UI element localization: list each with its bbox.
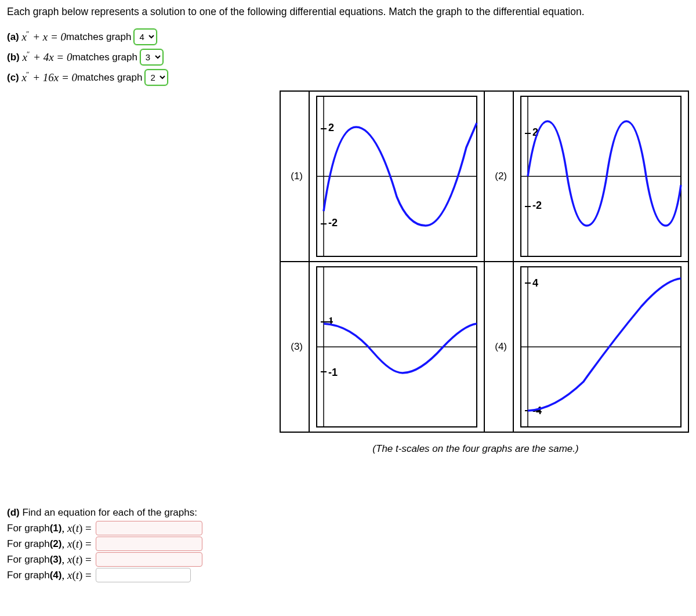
g4-tick-top: 4 <box>532 277 538 289</box>
g2-tick-bot: -2 <box>532 200 542 211</box>
graph-3: 1 -1 <box>309 262 484 432</box>
select-a[interactable]: 1234 <box>133 28 157 45</box>
select-b[interactable]: 1234 <box>140 49 164 66</box>
graph-1-label: (1) <box>280 91 309 262</box>
d2-bold: (2) <box>50 538 62 550</box>
g1-tick-bot: -2 <box>328 217 338 229</box>
graph-4: 4 -4 <box>513 262 688 432</box>
d3-bold: (3) <box>50 554 62 566</box>
graph-4-label: (4) <box>484 262 513 432</box>
part-b-tail: matches graph <box>72 52 137 63</box>
select-c[interactable]: 1234 <box>144 69 168 86</box>
part-a-label: (a) <box>7 31 19 43</box>
graph-2-label: (2) <box>484 91 513 262</box>
part-d-label: (d) <box>7 507 20 518</box>
part-d-title-text: Find an equation for each of the graphs: <box>20 507 197 518</box>
d1-pre: For graph <box>7 523 50 534</box>
d1-bold: (1) <box>50 523 62 534</box>
part-c-label: (c) <box>7 72 19 84</box>
part-b-label: (b) <box>7 52 20 63</box>
d4-pre: For graph <box>7 570 50 581</box>
part-a-tail: matches graph <box>66 31 131 43</box>
eq-a-rest: + x = 0 <box>30 31 66 44</box>
eq-c-rest: + 16x = 0 <box>30 72 77 84</box>
answer-3-input[interactable] <box>96 552 202 567</box>
part-c: (c) x″ + 16x = 0 matches graph 1234 <box>7 69 689 86</box>
answer-4-input[interactable] <box>96 568 191 582</box>
part-d: (d) Find an equation for each of the gra… <box>7 507 689 582</box>
graph-2: 2 -2 <box>513 91 688 262</box>
g1-tick-top: 2 <box>328 122 334 133</box>
d4-bold: (4) <box>50 570 62 581</box>
part-a: (a) x″ + x = 0 matches graph 1234 <box>7 28 689 45</box>
part-b: (b) x″ + 4x = 0 matches graph 1234 <box>7 49 689 66</box>
d2-pre: For graph <box>7 538 50 550</box>
d3-pre: For graph <box>7 554 50 566</box>
eq-b-rest: + 4x = 0 <box>30 52 72 64</box>
question-intro: Each graph below represents a solution t… <box>7 6 689 18</box>
graph-1: 2 -2 <box>309 91 484 262</box>
answer-1-input[interactable] <box>96 521 202 535</box>
graph-3-label: (3) <box>280 262 309 432</box>
graphs-table: (1) 2 -2 (2) 2 -2 <box>280 90 689 433</box>
scale-note: (The t-scales on the four graphs are the… <box>262 443 689 455</box>
answer-2-input[interactable] <box>96 537 202 551</box>
g3-tick-bot: -1 <box>328 367 338 378</box>
part-c-tail: matches graph <box>77 72 142 84</box>
